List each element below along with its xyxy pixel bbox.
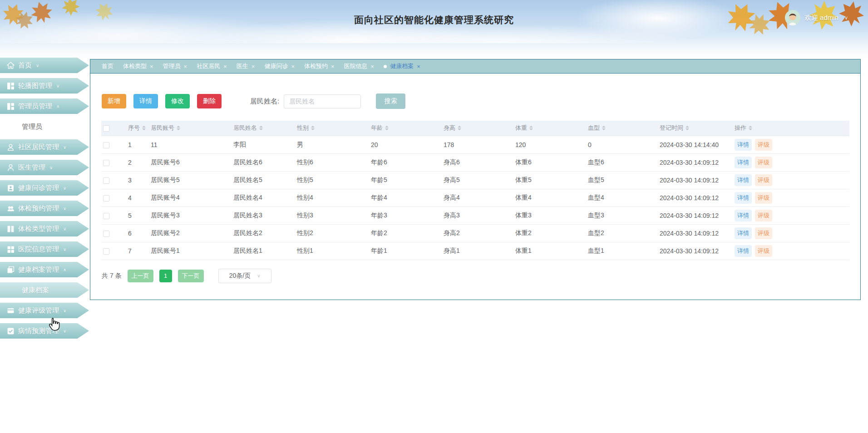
column-header[interactable]: 序号 bbox=[128, 124, 140, 132]
row-detail-link[interactable]: 详情 bbox=[735, 174, 752, 186]
tab-residents[interactable]: 社区居民× bbox=[197, 62, 227, 70]
sidebar-item-carousel[interactable]: 轮播图管理 ∨ bbox=[0, 78, 89, 93]
delete-button[interactable]: 删除 bbox=[197, 94, 222, 108]
sidebar-item-health-archive-mgmt[interactable]: 健康档案管理 ∧ bbox=[0, 262, 89, 277]
sort-icon[interactable] bbox=[529, 124, 533, 132]
cell-weight: 体重5 bbox=[513, 171, 586, 189]
search-input[interactable] bbox=[284, 94, 361, 108]
row-checkbox[interactable] bbox=[103, 248, 109, 255]
close-icon[interactable]: × bbox=[184, 64, 187, 69]
table-row: 7 居民账号1 居民姓名1 性别1 年龄1 身高1 体重1 血型1 2024-0… bbox=[101, 242, 849, 260]
sidebar-item-residents[interactable]: 社区居民管理 ∨ bbox=[0, 139, 89, 155]
close-icon[interactable]: × bbox=[331, 64, 335, 69]
chevron-down-icon: ∨ bbox=[63, 308, 66, 313]
sort-icon[interactable] bbox=[458, 124, 461, 132]
close-icon[interactable]: × bbox=[223, 64, 227, 69]
sidebar-subitem-admin[interactable]: 管理员 bbox=[0, 119, 89, 134]
row-rate-link[interactable]: 评级 bbox=[755, 174, 772, 186]
sidebar-item-consultation[interactable]: 健康问诊管理 ∨ bbox=[0, 180, 89, 196]
row-rate-link[interactable]: 评级 bbox=[755, 210, 772, 221]
row-detail-link[interactable]: 详情 bbox=[735, 157, 752, 168]
row-checkbox[interactable] bbox=[103, 177, 109, 184]
column-header[interactable]: 血型 bbox=[588, 124, 600, 132]
edit-button[interactable]: 修改 bbox=[165, 94, 190, 108]
row-checkbox[interactable] bbox=[103, 142, 109, 148]
cell-account: 居民账号1 bbox=[149, 242, 232, 260]
cell-height: 身高2 bbox=[442, 224, 513, 242]
row-detail-link[interactable]: 详情 bbox=[735, 210, 752, 221]
tab-hospital-info[interactable]: 医院信息× bbox=[344, 62, 375, 70]
tab-home[interactable]: 首页 bbox=[102, 62, 113, 70]
column-header[interactable]: 居民姓名 bbox=[233, 124, 257, 132]
sort-icon[interactable] bbox=[177, 124, 180, 132]
sidebar-item-admin-mgmt[interactable]: 管理员管理 ∧ bbox=[0, 98, 89, 114]
close-icon[interactable]: × bbox=[150, 64, 153, 69]
close-icon[interactable]: × bbox=[417, 64, 420, 69]
row-rate-link[interactable]: 评级 bbox=[755, 227, 772, 239]
column-header[interactable]: 登记时间 bbox=[660, 124, 683, 132]
column-header[interactable]: 年龄 bbox=[371, 124, 383, 132]
sidebar-item-health-rating[interactable]: 健康评级管理 ∨ bbox=[0, 303, 89, 318]
sort-icon[interactable] bbox=[385, 124, 389, 132]
sidebar-item-doctors[interactable]: 医生管理 ∨ bbox=[0, 160, 89, 175]
column-header[interactable]: 身高 bbox=[444, 124, 455, 132]
prev-page-button[interactable]: 上一页 bbox=[128, 270, 153, 282]
row-rate-link[interactable]: 评级 bbox=[755, 192, 772, 204]
row-rate-link[interactable]: 评级 bbox=[755, 245, 772, 257]
data-table: 序号 居民账号 居民姓名 性别 年龄 身高 体重 血型 登记时间 操作 1 11 bbox=[101, 121, 849, 260]
close-icon[interactable]: × bbox=[291, 64, 295, 69]
row-rate-link[interactable]: 评级 bbox=[755, 157, 772, 168]
next-page-button[interactable]: 下一页 bbox=[178, 270, 204, 282]
tab-exam-type[interactable]: 体检类型× bbox=[123, 62, 153, 70]
sort-icon[interactable] bbox=[749, 124, 752, 132]
cell-register-time: 2024-03-30 14:09:12 bbox=[658, 224, 733, 242]
row-detail-link[interactable]: 详情 bbox=[735, 139, 752, 151]
row-checkbox[interactable] bbox=[103, 195, 109, 202]
row-checkbox[interactable] bbox=[103, 213, 109, 219]
sort-icon[interactable] bbox=[142, 124, 146, 132]
sidebar-item-appointment[interactable]: 体检预约管理 ∨ bbox=[0, 201, 89, 216]
column-header[interactable]: 居民账号 bbox=[151, 124, 174, 132]
tab-admin[interactable]: 管理员× bbox=[163, 62, 187, 70]
sort-icon[interactable] bbox=[602, 124, 606, 132]
row-detail-link[interactable]: 详情 bbox=[735, 245, 752, 257]
predict-icon bbox=[7, 327, 15, 335]
cell-height: 身高4 bbox=[442, 189, 513, 207]
sidebar-item-exam-type[interactable]: 体检类型管理 ∨ bbox=[0, 221, 89, 236]
close-icon[interactable]: × bbox=[252, 64, 255, 69]
tab-label: 医生 bbox=[237, 62, 248, 70]
sort-icon[interactable] bbox=[311, 124, 315, 132]
user-menu[interactable]: 欢迎 admin ∨ bbox=[785, 10, 848, 25]
tab-doctor[interactable]: 医生× bbox=[237, 62, 255, 70]
page-number-active[interactable]: 1 bbox=[159, 270, 172, 282]
sidebar-item-disease-predict[interactable]: 病情预测管理 ∨ bbox=[0, 323, 89, 339]
row-detail-link[interactable]: 详情 bbox=[735, 227, 752, 239]
row-detail-link[interactable]: 详情 bbox=[735, 192, 752, 204]
sort-icon[interactable] bbox=[259, 124, 263, 132]
row-checkbox[interactable] bbox=[103, 231, 109, 237]
tab-health-archive[interactable]: 健康档案× bbox=[384, 62, 420, 70]
tab-appointment[interactable]: 体检预约× bbox=[304, 62, 335, 70]
sidebar-item-hospital-info[interactable]: 医院信息管理 ∨ bbox=[0, 241, 89, 257]
sidebar-item-label: 体检预约管理 bbox=[18, 204, 59, 213]
column-header[interactable]: 体重 bbox=[515, 124, 527, 132]
hospital-icon bbox=[7, 246, 15, 253]
detail-button[interactable]: 详情 bbox=[133, 94, 158, 108]
chevron-down-icon: ∨ bbox=[36, 63, 39, 68]
add-button[interactable]: 新增 bbox=[102, 94, 126, 108]
row-checkbox[interactable] bbox=[103, 160, 109, 166]
search-button[interactable]: 搜索 bbox=[376, 93, 405, 109]
cell-name: 居民姓名4 bbox=[232, 189, 295, 207]
sidebar-subitem-health-archive[interactable]: 健康档案 bbox=[0, 282, 89, 298]
column-header[interactable]: 操作 bbox=[735, 124, 746, 132]
sidebar-item-home[interactable]: 首页 ∨ bbox=[0, 58, 89, 73]
cell-register-time: 2024-03-30 14:09:12 bbox=[658, 207, 733, 224]
row-rate-link[interactable]: 评级 bbox=[755, 139, 772, 151]
tab-consultation[interactable]: 健康问诊× bbox=[264, 62, 295, 70]
page-size-select[interactable]: 20条/页 ∨ bbox=[218, 269, 271, 283]
cell-index: 6 bbox=[126, 224, 149, 242]
select-all-checkbox[interactable] bbox=[103, 125, 109, 132]
column-header[interactable]: 性别 bbox=[297, 124, 309, 132]
sort-icon[interactable] bbox=[686, 124, 689, 132]
close-icon[interactable]: × bbox=[371, 64, 375, 69]
